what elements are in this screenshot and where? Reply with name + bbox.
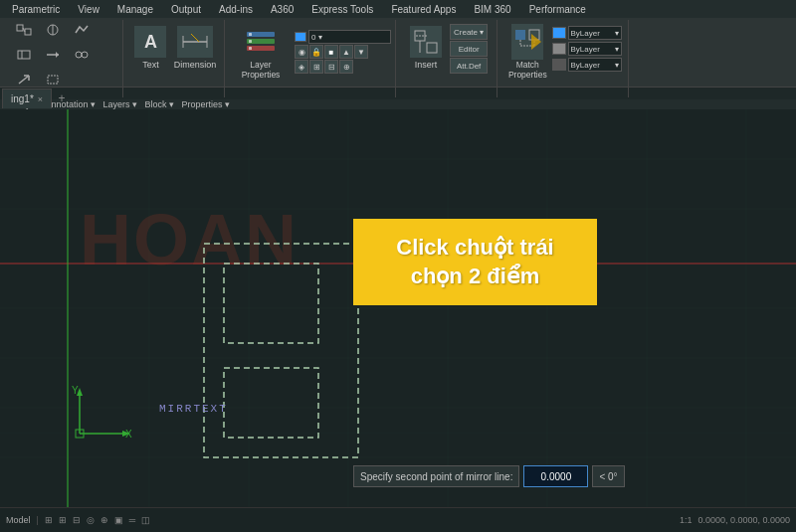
status-coords: 0.0000, 0.0000, 0.0000 [697,515,790,525]
status-dyn[interactable]: ▣ [114,515,123,525]
layer-btn-1[interactable]: ◉ [295,45,308,59]
status-bar: Model | ⊞ ⊞ ⊟ ◎ ⊕ ▣ ═ ◫ 1:1 0.0000, 0.00… [0,507,796,532]
match-properties-icon [511,24,543,60]
mirrtext-label: MIRRTEXT [159,403,228,415]
tooltip-text-line2: chọn 2 điểm [371,263,579,291]
canvas-area: HOAN MIRRTEXT Click chuột trái chọn 2 đi… [0,109,796,507]
text-button[interactable]: A Text [131,22,170,74]
dimension-button[interactable]: Dimension [172,22,218,74]
bylayer-dropdown-2[interactable]: ByLayer▾ [568,42,622,56]
status-trans[interactable]: ◫ [141,515,150,525]
status-polar[interactable]: ◎ [87,515,95,525]
insert-icon [410,26,442,58]
btn-modify-2[interactable] [39,22,67,46]
status-snap[interactable]: ⊞ [45,515,53,525]
text-label: Text [142,60,159,70]
layer-properties-icon [243,24,279,60]
layers-chevron: ▾ [132,99,137,109]
layer-btn-3[interactable]: ■ [324,45,338,59]
insert-button[interactable]: Insert [404,22,448,74]
tab-performance[interactable]: Performance [521,0,594,18]
layer-btn-4[interactable]: ▲ [339,45,353,59]
status-grid[interactable]: ⊞ [59,515,67,525]
svg-marker-8 [56,52,59,58]
command-input-area: Specify second point of mirror line: < 0… [353,465,625,487]
btn-modify-3[interactable] [68,22,96,46]
layer-properties-label: LayerProperties [242,60,281,80]
tab-parametric[interactable]: Parametric [4,0,68,18]
status-ortho[interactable]: ⊟ [73,515,81,525]
btn-modify-6[interactable] [68,47,96,71]
text-icon: A [134,26,166,58]
group-layers: LayerProperties 0 ▾ ◉ 🔒 ■ ▲ ▼ [227,20,396,97]
status-right: 1:1 0.0000, 0.0000, 0.0000 [680,515,790,525]
layer-dropdown[interactable]: 0 ▾ [308,30,391,44]
svg-rect-14 [48,76,58,84]
bylayer-dropdown-1[interactable]: ByLayer▾ [568,26,622,40]
btn-modify-4[interactable] [10,47,38,71]
tooltip-text-line1: Click chuột trái [371,234,579,263]
properties-chevron: ▾ [225,99,230,109]
att-define-btn[interactable]: Att.Def [450,58,488,74]
group-modify [4,20,123,97]
match-properties-button[interactable]: MatchProperties [505,22,550,82]
command-label: Specify second point of mirror line: [353,465,519,487]
dimension-label: Dimension [174,60,217,70]
tab-express[interactable]: Express Tools [303,0,381,18]
status-sep1: | [37,515,39,525]
layer-color-swatch [295,32,306,42]
layer-btn-6[interactable]: ◈ [295,60,308,74]
tab-bim360[interactable]: BIM 360 [466,0,518,18]
layer-properties-button[interactable]: LayerProperties [231,22,291,82]
svg-point-10 [82,52,88,58]
layer-btn-9[interactable]: ⊕ [339,60,353,74]
layer-btn-5[interactable]: ▼ [354,45,368,59]
match-properties-label: MatchProperties [508,60,547,80]
block-chevron: ▾ [169,99,174,109]
layer-btn-8[interactable]: ⊟ [324,60,338,74]
dimension-icon [177,26,213,58]
btn-modify-8[interactable] [39,72,67,95]
bylayer-dropdown-3[interactable]: ByLayer▾ [568,58,622,72]
ribbon-bottom-bar: Modify ▾ Annotation ▾ Layers ▾ Block ▾ P… [0,99,796,109]
svg-rect-26 [427,43,437,53]
layer-btn-2[interactable]: 🔒 [309,45,323,59]
tab-view[interactable]: View [70,0,107,18]
tab-output[interactable]: Output [163,0,209,18]
color-swatch-1 [552,27,566,39]
properties-group-label[interactable]: Properties ▾ [182,99,230,109]
btn-modify-7[interactable] [10,72,38,95]
tooltip-box: Click chuột trái chọn 2 điểm [353,219,597,305]
axis-indicator: Y X [60,384,139,447]
tab-manage[interactable]: Manage [109,0,161,18]
svg-text:Y: Y [72,385,79,396]
svg-rect-29 [515,30,525,40]
zoom-level: 1:1 [680,515,693,525]
axis-svg: Y X [60,384,139,443]
tab-featured[interactable]: Featured Apps [383,0,464,18]
command-angle: < 0° [592,465,624,487]
btn-modify-1[interactable] [10,22,38,46]
annotation-chevron: ▾ [91,99,96,109]
group-properties: MatchProperties ByLayer▾ ByLayer▾ [499,20,629,97]
block-label: Block [145,99,167,109]
svg-rect-1 [25,29,31,35]
block-editor-btn[interactable]: Editor [450,41,488,57]
block-group-label[interactable]: Block ▾ [145,99,174,109]
status-model[interactable]: Model [6,515,31,525]
tab-addins[interactable]: Add-ins [211,0,261,18]
layers-group-label[interactable]: Layers ▾ [103,99,137,109]
tab-a360[interactable]: A360 [263,0,301,18]
status-bar-items: Model | ⊞ ⊞ ⊟ ◎ ⊕ ▣ ═ ◫ [6,515,150,525]
create-block-btn[interactable]: Create ▾ [450,24,488,40]
group-annotation: A Text Dimension [125,20,225,97]
status-lw[interactable]: ═ [129,515,135,525]
btn-modify-5[interactable] [39,47,67,71]
grid-svg [0,109,796,507]
color-swatch-2 [552,43,566,55]
layer-btn-7[interactable]: ⊞ [309,60,323,74]
layers-label: Layers [103,99,130,109]
status-osnap[interactable]: ⊕ [100,515,108,525]
command-value-input[interactable] [523,465,588,487]
svg-rect-5 [18,51,30,59]
